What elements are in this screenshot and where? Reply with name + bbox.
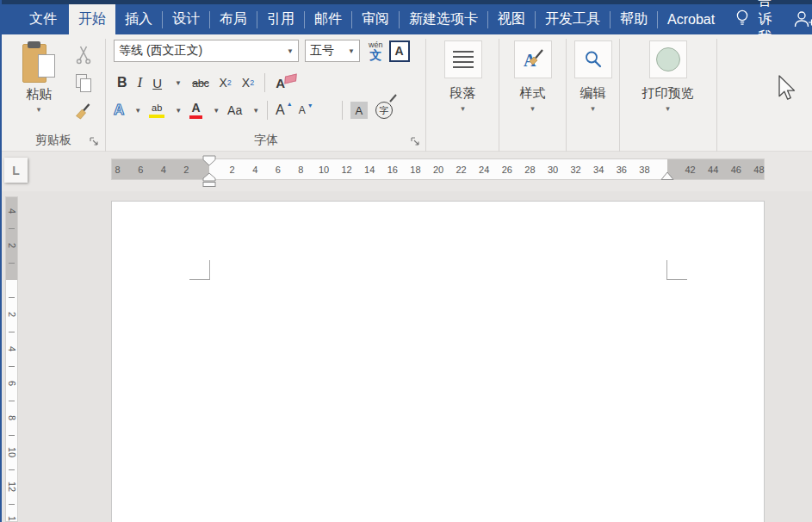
cut-button[interactable] (69, 41, 98, 67)
print-preview-dropdown-arrow[interactable]: ▾ (620, 105, 716, 113)
tell-me-tab[interactable]: 告诉我 (724, 4, 782, 34)
clipboard-dialog-launcher-icon[interactable] (89, 135, 100, 146)
change-case-button[interactable]: Aa (227, 103, 242, 117)
paragraph-group-label: 段落 (427, 85, 499, 102)
clipboard-clip (28, 41, 40, 48)
highlight-dropdown-arrow[interactable]: ▼ (175, 107, 182, 115)
h-ruler-number: 2 (183, 165, 189, 175)
ribbon-tab-bar: 文件开始插入设计布局引用邮件审阅新建选项卡视图开发工具帮助Acrobat 告诉我 (2, 0, 812, 34)
tab-new-tab[interactable]: 新建选项卡 (400, 4, 487, 34)
paragraph-lines-icon (453, 51, 474, 68)
h-ruler-number: 42 (685, 165, 695, 175)
format-painter-icon (74, 103, 93, 121)
tab-design[interactable]: 设计 (163, 4, 209, 34)
highlight-color-button[interactable]: ab (149, 103, 164, 118)
editing-dropdown-arrow[interactable]: ▾ (567, 105, 619, 113)
ribbon: 粘贴 ▾ 剪贴板 (2, 34, 812, 152)
paste-clipboard-icon (22, 41, 55, 84)
text-effects-dropdown-arrow[interactable]: ▼ (134, 107, 141, 115)
highlight-pen-icon (386, 94, 398, 104)
v-ruler-tick (9, 228, 15, 229)
paste-button[interactable]: 粘贴 ▾ (12, 38, 65, 127)
h-ruler-number: 16 (387, 165, 398, 175)
mouse-cursor (778, 74, 797, 105)
italic-button[interactable]: I (138, 74, 143, 91)
font-dialog-launcher-icon[interactable] (410, 135, 421, 146)
strikethrough-button[interactable]: abc (192, 77, 208, 90)
font-group-label: 字体 (107, 133, 425, 148)
underline-dropdown-arrow[interactable]: ▼ (175, 79, 182, 87)
h-ruler-number: 12 (341, 165, 351, 175)
hanging-indent-marker[interactable] (202, 172, 216, 188)
font-size-value: 五号 (310, 43, 334, 59)
h-ruler-number: 32 (570, 165, 580, 175)
first-line-indent-marker[interactable] (202, 155, 216, 166)
chevron-down-icon[interactable]: ▼ (343, 47, 355, 55)
subscript-button[interactable]: X2 (219, 76, 231, 90)
print-preview-circle-icon (656, 47, 680, 71)
paragraph-group-button[interactable]: 段落 ▾ (427, 34, 499, 151)
text-effects-button[interactable]: A (114, 102, 124, 119)
tab-acrobat[interactable]: Acrobat (658, 4, 724, 34)
styles-icon: A (521, 47, 545, 71)
font-color-button[interactable]: A (189, 102, 202, 119)
font-size-combobox[interactable]: 五号 ▼ (305, 40, 360, 62)
h-ruler-number: 24 (479, 165, 489, 175)
document-page[interactable] (111, 201, 765, 522)
h-ruler-number: 18 (410, 165, 420, 175)
highlight-color-bar (149, 115, 164, 118)
font-color-letter: A (192, 102, 201, 114)
h-ruler-strip[interactable]: 8642246810121416182022242628303234363842… (111, 158, 765, 180)
v-ruler-tick (9, 435, 15, 436)
v-ruler-number: 12 (7, 482, 17, 492)
h-ruler-number: 4 (161, 165, 166, 175)
tab-home[interactable]: 开始 (69, 4, 115, 34)
character-border-button[interactable]: A (389, 40, 410, 62)
h-ruler-number: 20 (433, 165, 443, 175)
shrink-font-button[interactable]: A▼ (299, 104, 312, 116)
h-ruler-number: 4 (252, 165, 257, 175)
editing-group-button[interactable]: 编辑 ▾ (567, 34, 619, 151)
format-painter-button[interactable] (69, 99, 98, 125)
phonetic-guide-button[interactable]: wén 文 (369, 41, 383, 61)
h-ruler-number: 36 (617, 165, 627, 175)
tab-file[interactable]: 文件 (17, 4, 69, 34)
print-preview-group-button[interactable]: 打印预览 ▾ (620, 34, 716, 151)
paragraph-dropdown-arrow[interactable]: ▾ (427, 105, 499, 113)
chevron-down-icon[interactable]: ▼ (282, 47, 294, 55)
right-indent-marker[interactable] (660, 171, 674, 181)
tab-help[interactable]: 帮助 (611, 4, 657, 34)
copy-button[interactable] (69, 70, 98, 96)
ruler-band: L 86422468101214161820222426283032343638… (2, 152, 812, 191)
tab-developer[interactable]: 开发工具 (536, 4, 610, 34)
change-case-dropdown-arrow[interactable]: ▼ (252, 107, 259, 115)
editing-group-label: 编辑 (567, 85, 619, 102)
clear-formatting-button[interactable]: A (276, 76, 294, 90)
v-ruler-number: 2 (7, 243, 17, 248)
tab-references[interactable]: 引用 (257, 4, 304, 34)
word-window: 文件开始插入设计布局引用邮件审阅新建选项卡视图开发工具帮助Acrobat 告诉我 (0, 0, 812, 522)
grow-font-button[interactable]: A▲ (276, 103, 291, 118)
tab-stop-selector[interactable]: L (4, 158, 28, 183)
character-shading-button[interactable]: A (350, 102, 368, 119)
styles-dropdown-arrow[interactable]: ▾ (499, 105, 566, 113)
tab-insert[interactable]: 插入 (115, 4, 162, 34)
h-ruler-number: 26 (502, 165, 512, 175)
v-ruler-number: 8 (7, 415, 17, 420)
bold-button[interactable]: B (117, 75, 127, 90)
tab-review[interactable]: 审阅 (352, 4, 399, 34)
h-ruler-number: 48 (753, 165, 764, 175)
font-name-combobox[interactable]: 等线 (西文正文) ▼ (114, 40, 299, 62)
paste-dropdown-arrow[interactable]: ▾ (12, 106, 65, 114)
sign-in-icon[interactable] (782, 4, 812, 34)
paste-label: 粘贴 (12, 86, 65, 103)
styles-group-button[interactable]: A 样式 ▾ (499, 34, 566, 151)
font-color-dropdown-arrow[interactable]: ▼ (213, 107, 220, 115)
v-ruler-strip[interactable]: 422468101214 (5, 196, 18, 522)
underline-button[interactable]: U (152, 76, 162, 90)
enclose-characters-button[interactable]: 字 (375, 102, 393, 119)
superscript-button[interactable]: X2 (242, 76, 254, 90)
tab-mailings[interactable]: 邮件 (305, 4, 351, 34)
tab-view[interactable]: 视图 (488, 4, 535, 34)
tab-layout[interactable]: 布局 (210, 4, 257, 34)
